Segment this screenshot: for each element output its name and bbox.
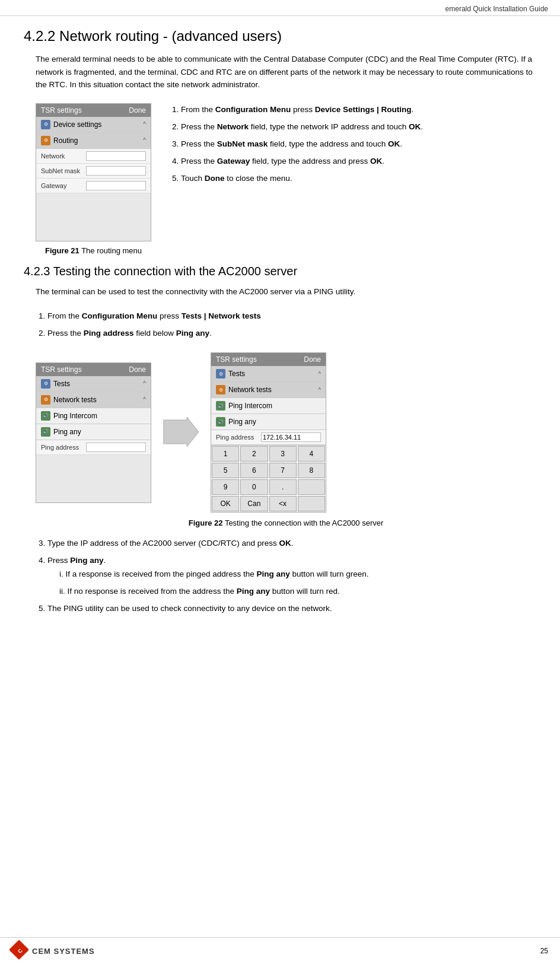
tsr-done-ping-left[interactable]: Done xyxy=(129,365,146,374)
tests-label-left: Tests xyxy=(53,380,70,388)
tests-arrow-left: ^ xyxy=(143,380,146,387)
network-tests-icon-right: ⚙ xyxy=(216,385,225,394)
tsr-title-ping-left: TSR settings xyxy=(41,365,82,374)
gateway-field-row: Gateway xyxy=(36,179,151,193)
device-settings-arrow: ^ xyxy=(143,121,146,128)
figure-22-caption-bold: Figure 22 xyxy=(189,518,223,527)
instruction-2: Press the Network field, type the networ… xyxy=(181,120,536,134)
key-8[interactable]: 8 xyxy=(298,463,325,478)
ping-address-field-row-left: Ping address xyxy=(36,440,151,455)
figure-21-caption-text: The routing menu xyxy=(79,246,142,255)
key-ok[interactable]: OK xyxy=(212,496,239,511)
key-1[interactable]: 1 xyxy=(212,446,239,462)
key-5[interactable]: 5 xyxy=(212,463,239,478)
network-tests-label-right: Network tests xyxy=(228,386,272,394)
instruction-5: Touch Done to close the menu. xyxy=(181,172,536,186)
ping-address-label-right: Ping address xyxy=(216,434,257,441)
tsr-done-routing[interactable]: Done xyxy=(129,106,146,114)
page-number: 25 xyxy=(540,947,548,955)
routing-icon: ⚙ xyxy=(41,136,50,145)
ping-address-field-row-right: Ping address 172.16.34.11 xyxy=(211,430,326,445)
page-header: emerald Quick Installation Guide xyxy=(0,0,560,16)
figure-22-right: TSR settings Done ⚙ Tests ^ ⚙ Network te… xyxy=(211,352,326,513)
ping-address-input-left[interactable] xyxy=(86,443,146,452)
device-settings-label: Device settings xyxy=(53,120,101,129)
network-field-label: Network xyxy=(41,152,82,160)
section-423-title: 4.2.3 Testing the connection with the AC… xyxy=(24,265,536,278)
key-9[interactable]: 9 xyxy=(212,479,239,495)
section-422-title: 4.2.2 Network routing - (advanced users) xyxy=(24,28,536,44)
tsr-ping-any-item-left[interactable]: 🔊 Ping any xyxy=(36,424,151,440)
tsr-spacer-ping-left xyxy=(36,455,151,502)
figure-22-left: TSR settings Done ⚙ Tests ^ ⚙ Network te… xyxy=(36,362,151,503)
key-2[interactable]: 2 xyxy=(240,446,268,462)
ping-any-icon-left: 🔊 xyxy=(41,427,50,437)
ping-intercom-label-left: Ping Intercom xyxy=(53,412,97,420)
tsr-ping-any-item-right[interactable]: 🔊 Ping any xyxy=(211,414,326,430)
svg-marker-0 xyxy=(163,417,199,447)
ping-address-input-right[interactable]: 172.16.34.11 xyxy=(261,432,321,442)
figure-21-caption-bold: Figure 21 xyxy=(45,246,79,255)
ping-intercom-icon-left: 🔊 xyxy=(41,411,50,421)
step-2-423: Press the Ping address field below Ping … xyxy=(47,327,536,341)
subnet-field-label: SubNet mask xyxy=(41,167,82,174)
network-field-row: Network xyxy=(36,149,151,164)
keypad-row-4: OK Can <x xyxy=(211,495,326,512)
tsr-tests-item-left[interactable]: ⚙ Tests ^ xyxy=(36,376,151,392)
tsr-routing-item[interactable]: ⚙ Routing ^ xyxy=(36,133,151,149)
tsr-title-ping-right: TSR settings xyxy=(216,355,257,364)
tsr-ping-intercom-item-left[interactable]: 🔊 Ping Intercom xyxy=(36,408,151,424)
instruction-4: Press the Gateway field, type the addres… xyxy=(181,155,536,168)
key-3[interactable]: 3 xyxy=(269,446,297,462)
device-settings-icon: ⚙ xyxy=(41,120,50,129)
keypad-row-1: 1 2 3 4 xyxy=(211,446,326,462)
subnet-field-input[interactable] xyxy=(86,166,146,176)
tsr-network-tests-item-left[interactable]: ⚙ Network tests ^ xyxy=(36,392,151,408)
page-header-title: emerald Quick Installation Guide xyxy=(446,5,548,13)
key-4[interactable]: 4 xyxy=(298,446,325,462)
routing-label: Routing xyxy=(53,136,78,145)
instruction-1: From the Configuration Menu press Device… xyxy=(181,103,536,117)
step-4-sublist: If a response is received from the pinge… xyxy=(59,568,536,599)
network-field-input[interactable] xyxy=(86,151,146,161)
key-backspace[interactable]: <x xyxy=(269,496,297,511)
cem-logo: C CEM SYSTEMS xyxy=(12,943,95,959)
key-7[interactable]: 7 xyxy=(269,463,297,478)
key-empty xyxy=(298,479,325,495)
ping-intercom-label-right: Ping Intercom xyxy=(228,402,272,410)
tests-icon-left: ⚙ xyxy=(41,379,50,389)
tsr-title-routing: TSR settings xyxy=(41,106,82,114)
ping-any-icon-right: 🔊 xyxy=(216,417,225,427)
instructions-list-422: From the Configuration Menu press Device… xyxy=(169,103,536,186)
tests-icon-right: ⚙ xyxy=(216,369,225,378)
step-4ii: If no response is received from the addr… xyxy=(59,585,536,599)
section-423-steps-remaining: Type the IP address of the AC2000 server… xyxy=(47,537,536,616)
tsr-ping-intercom-item-right[interactable]: 🔊 Ping Intercom xyxy=(211,398,326,414)
tsr-done-ping-right[interactable]: Done xyxy=(304,355,321,364)
figure-22-caption: Figure 22 Testing the connection with th… xyxy=(36,518,536,527)
tsr-tests-item-right[interactable]: ⚙ Tests ^ xyxy=(211,366,326,382)
ping-any-label-right: Ping any xyxy=(228,418,256,426)
tsr-titlebar-ping-right: TSR settings Done xyxy=(211,353,326,366)
section-423-intro: The terminal can be used to test the con… xyxy=(36,285,536,298)
ping-intercom-icon-right: 🔊 xyxy=(216,401,225,411)
network-tests-arrow-right: ^ xyxy=(318,387,321,393)
step-4-423: Press Ping any. If a response is receive… xyxy=(47,554,536,599)
tsr-device-settings-item[interactable]: ⚙ Device settings ^ xyxy=(36,117,151,133)
step-1-423: From the Configuration Menu press Tests … xyxy=(47,310,536,323)
tests-arrow-right: ^ xyxy=(318,371,321,377)
ping-address-label-left: Ping address xyxy=(41,444,82,451)
step-4i: If a response is received from the pinge… xyxy=(59,568,536,581)
key-can[interactable]: Can xyxy=(240,496,268,511)
key-6[interactable]: 6 xyxy=(240,463,268,478)
section-422-intro: The emerald terminal needs to be able to… xyxy=(36,53,536,91)
tsr-spacer-routing xyxy=(36,193,151,241)
instruction-3: Press the SubNet mask field, type the ad… xyxy=(181,138,536,151)
tsr-network-tests-item-right[interactable]: ⚙ Network tests ^ xyxy=(211,382,326,398)
key-0[interactable]: 0 xyxy=(240,479,268,495)
gateway-field-input[interactable] xyxy=(86,181,146,190)
section-423-steps-intro: From the Configuration Menu press Tests … xyxy=(47,310,536,341)
figure-21-caption: Figure 21 The routing menu xyxy=(36,246,151,255)
key-dot[interactable]: . xyxy=(269,479,297,495)
figure-22-row: TSR settings Done ⚙ Tests ^ ⚙ Network te… xyxy=(36,352,524,513)
